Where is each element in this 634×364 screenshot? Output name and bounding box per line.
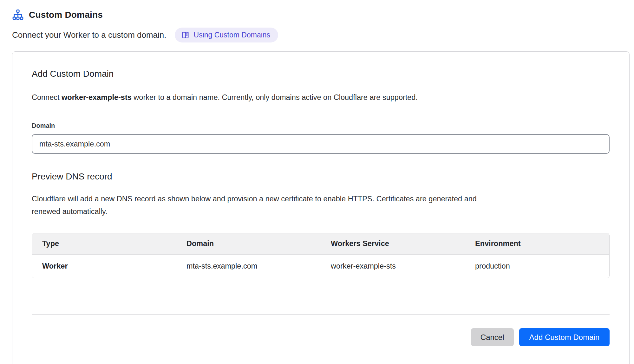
- docs-link-badge[interactable]: Using Custom Domains: [175, 28, 278, 42]
- page-subtitle-row: Connect your Worker to a custom domain. …: [12, 28, 630, 42]
- page-title: Custom Domains: [29, 10, 103, 20]
- domain-input[interactable]: [32, 134, 610, 154]
- card-heading: Add Custom Domain: [32, 69, 610, 79]
- page-subtitle: Connect your Worker to a custom domain.: [12, 30, 167, 40]
- cell-workers-service: worker-example-sts: [321, 254, 465, 278]
- description-prefix: Connect: [32, 93, 62, 101]
- domain-label: Domain: [32, 122, 610, 129]
- column-header-workers-service: Workers Service: [321, 233, 465, 254]
- column-header-type: Type: [32, 233, 176, 254]
- cell-type: Worker: [32, 254, 176, 278]
- preview-dns-description: Cloudflare will add a new DNS record as …: [32, 192, 504, 218]
- add-custom-domain-button[interactable]: Add Custom Domain: [519, 328, 610, 346]
- custom-domains-page: Custom Domains Connect your Worker to a …: [0, 0, 634, 364]
- preview-dns-heading: Preview DNS record: [32, 172, 610, 182]
- card-actions: Cancel Add Custom Domain: [32, 328, 610, 346]
- column-header-domain: Domain: [176, 233, 321, 254]
- add-custom-domain-card: Add Custom Domain Connect worker-example…: [12, 51, 630, 364]
- card-description: Connect worker-example-sts worker to a d…: [32, 91, 610, 104]
- column-header-environment: Environment: [465, 233, 609, 254]
- sitemap-icon: [12, 9, 24, 21]
- worker-name: worker-example-sts: [62, 93, 132, 101]
- table-header-row: Type Domain Workers Service Environment: [32, 233, 609, 254]
- page-header: Custom Domains: [12, 9, 630, 21]
- dns-preview-table: Type Domain Workers Service Environment …: [32, 233, 610, 278]
- table-row: Worker mta-sts.example.com worker-exampl…: [32, 254, 609, 278]
- cell-environment: production: [465, 254, 609, 278]
- footer-divider: [32, 314, 610, 315]
- cancel-button[interactable]: Cancel: [471, 328, 514, 346]
- cell-domain: mta-sts.example.com: [176, 254, 321, 278]
- description-suffix: worker to a domain name. Currently, only…: [132, 93, 418, 101]
- docs-link-label: Using Custom Domains: [194, 31, 271, 39]
- book-icon: [181, 31, 190, 39]
